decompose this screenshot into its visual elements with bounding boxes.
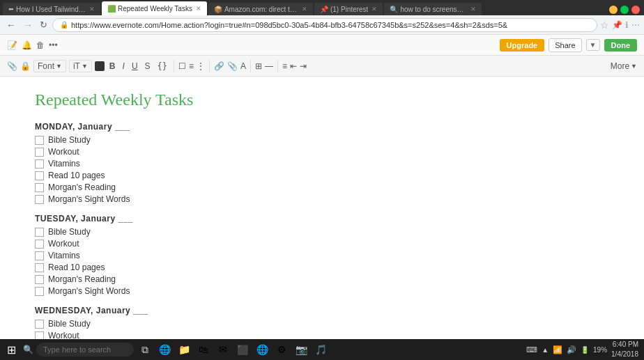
- star-icon[interactable]: ☆: [600, 19, 609, 31]
- bold-button[interactable]: B: [107, 61, 118, 72]
- tab5-close[interactable]: ✕: [470, 6, 476, 13]
- checkbox-msight-mon[interactable]: [35, 195, 44, 204]
- color-picker[interactable]: [95, 61, 105, 71]
- highlight-button[interactable]: A: [240, 61, 246, 71]
- checkbox-insert-button[interactable]: ☐: [178, 61, 186, 71]
- checkbox-workout-mon[interactable]: [35, 148, 44, 157]
- checkbox-bible-study-mon[interactable]: [35, 136, 44, 145]
- bullet-list-button[interactable]: ≡: [189, 61, 194, 71]
- attachment-icon[interactable]: 📎: [7, 61, 17, 71]
- font-size-selector[interactable]: iT ▼: [69, 60, 92, 72]
- info-icon[interactable]: ℹ: [625, 20, 629, 30]
- task-item: Morgan's Reading: [35, 274, 609, 284]
- settings-icon[interactable]: ⚙: [273, 341, 290, 358]
- tab3-label: Amazon.com: direct tv ...: [224, 6, 298, 13]
- share-button[interactable]: Share: [549, 38, 581, 52]
- tab4-close[interactable]: ✕: [371, 6, 377, 13]
- window-maximize[interactable]: [620, 6, 629, 14]
- link-button[interactable]: 🔗: [214, 61, 224, 71]
- code-button[interactable]: {}: [155, 61, 169, 72]
- task-label: Vitamins: [48, 159, 80, 169]
- pin-icon[interactable]: 📌: [612, 20, 622, 30]
- task-label: Morgan's Sight Words: [48, 286, 130, 296]
- edge-icon[interactable]: 🌐: [156, 341, 173, 358]
- nav-back[interactable]: ←: [4, 19, 18, 31]
- tab1-close[interactable]: ✕: [89, 6, 95, 13]
- tab-4[interactable]: 📌 (1) Pinterest ✕: [314, 3, 383, 15]
- spotify-icon[interactable]: 🎵: [312, 341, 329, 358]
- checkbox-bible-study-tue[interactable]: [35, 228, 44, 237]
- msoffice-icon[interactable]: ⬛: [234, 341, 251, 358]
- tab2-close[interactable]: ✕: [196, 5, 201, 12]
- start-button[interactable]: ⊞: [3, 343, 20, 357]
- store-icon[interactable]: 🛍: [195, 341, 212, 358]
- font-label: Font: [38, 61, 54, 71]
- checkbox-vitamins-tue[interactable]: [35, 251, 44, 260]
- tab1-label: How I Used Tailwind to...: [16, 6, 86, 13]
- search-button[interactable]: 🔍: [20, 345, 36, 354]
- volume-icon[interactable]: 🔊: [567, 345, 576, 354]
- camera-icon[interactable]: 📷: [293, 341, 309, 358]
- chrome-icon[interactable]: 🌐: [254, 341, 270, 358]
- arrow-icon[interactable]: ▲: [542, 346, 549, 354]
- battery-percent: 19%: [593, 346, 607, 354]
- indent-left-button[interactable]: ⇤: [290, 61, 297, 71]
- checkbox-mreading-tue[interactable]: [35, 275, 44, 284]
- tuesday-header: TUESDAY, January ___: [35, 214, 609, 224]
- toolbar-divider3: [250, 60, 251, 72]
- checkbox-read-tue[interactable]: [35, 263, 44, 272]
- tab-5[interactable]: 🔍 how to do screenshot o... ✕: [384, 3, 482, 15]
- checkbox-vitamins-mon[interactable]: [35, 159, 44, 169]
- taskbar-search[interactable]: [36, 343, 134, 357]
- extensions-icon[interactable]: ⋯: [631, 20, 640, 30]
- numbered-list-button[interactable]: ⋮: [197, 61, 205, 71]
- more-icon[interactable]: •••: [49, 40, 58, 50]
- lock2-icon[interactable]: 🔒: [20, 61, 31, 71]
- toolbar-divider4: [277, 60, 278, 72]
- toolbar-divider2: [209, 60, 210, 72]
- mail-icon[interactable]: ✉: [215, 341, 231, 358]
- window-minimize[interactable]: [609, 6, 618, 14]
- battery-icon: 🔋: [581, 346, 589, 354]
- task-label: Vitamins: [48, 251, 80, 260]
- underline-button[interactable]: U: [130, 61, 140, 72]
- taskview-icon[interactable]: ⧉: [137, 341, 153, 358]
- nav-forward[interactable]: →: [21, 19, 35, 31]
- indent-right-button[interactable]: ⇥: [300, 61, 307, 71]
- wifi-icon[interactable]: 📶: [553, 345, 562, 354]
- task-item: Read 10 pages: [35, 263, 609, 272]
- align-button[interactable]: ≡: [282, 61, 287, 71]
- checkbox-workout-tue[interactable]: [35, 240, 44, 249]
- keyboard-icon: ⌨: [526, 345, 537, 354]
- more-button[interactable]: More ▼: [611, 61, 637, 71]
- upgrade-button[interactable]: Upgrade: [500, 39, 545, 52]
- url-field[interactable]: 🔒 https://www.evernote.com/Home.action?l…: [52, 18, 597, 32]
- font-selector[interactable]: Font ▼: [33, 60, 66, 72]
- tab-3[interactable]: 📦 Amazon.com: direct tv ... ✕: [208, 3, 313, 15]
- checkbox-workout-wed[interactable]: [35, 331, 44, 340]
- taskbar-system-tray: ⌨ ▲ 📶 🔊 🔋 19% 6:40 PM 1/4/2018: [526, 340, 641, 359]
- table-button[interactable]: ⊞: [255, 61, 262, 71]
- window-close[interactable]: [631, 6, 640, 14]
- checkbox-read-mon[interactable]: [35, 171, 44, 180]
- folder-icon[interactable]: 📁: [176, 341, 192, 358]
- attachment2-icon[interactable]: 📎: [227, 61, 238, 71]
- task-item: Morgan's Sight Words: [35, 194, 609, 204]
- done-button[interactable]: Done: [604, 39, 638, 52]
- tab3-close[interactable]: ✕: [302, 6, 307, 13]
- task-label: Workout: [48, 239, 79, 249]
- checkbox-bible-study-wed[interactable]: [35, 320, 44, 329]
- window-controls: [605, 6, 644, 15]
- tab-2-active[interactable]: 🟩 Repeated Weekly Tasks ✕: [102, 1, 207, 15]
- delete-icon[interactable]: 🗑: [36, 40, 45, 50]
- line-button[interactable]: —: [265, 61, 273, 71]
- checkbox-mreading-mon[interactable]: [35, 183, 44, 192]
- bell-icon[interactable]: 🔔: [22, 40, 32, 50]
- tab-1[interactable]: ⬅ How I Used Tailwind to... ✕: [3, 3, 100, 15]
- checkbox-msight-tue[interactable]: [35, 287, 44, 296]
- share-chevron[interactable]: ▼: [586, 39, 600, 51]
- italic-button[interactable]: I: [121, 61, 127, 72]
- editor-content[interactable]: Repeated Weekly Tasks MONDAY, January __…: [0, 77, 644, 339]
- strikethrough-button[interactable]: S: [143, 61, 153, 72]
- nav-refresh[interactable]: ↻: [38, 19, 49, 30]
